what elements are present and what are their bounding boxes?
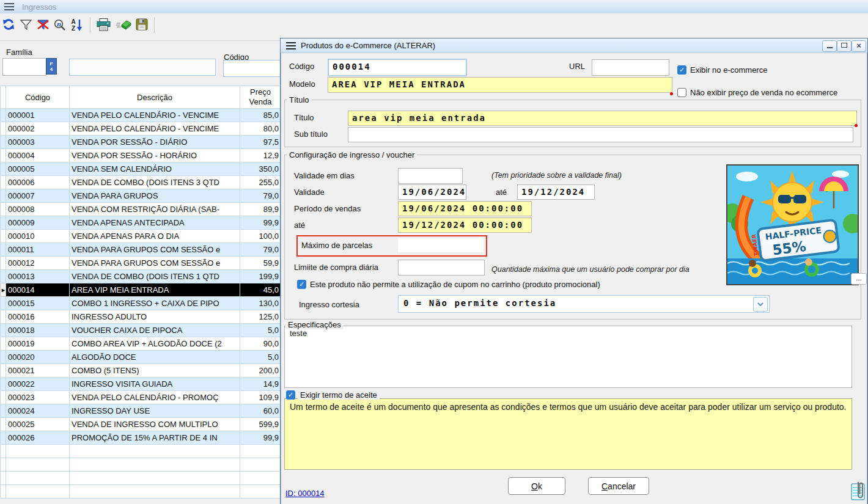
table-row[interactable]: 000021COMBO (5 ITENS)200,0 <box>1 364 281 378</box>
description-cell[interactable]: VENDA SEM CALENDÁRIO <box>70 163 240 176</box>
table-row[interactable]: 000019COMBO AREA VIP + ALGODÃO DOCE (290… <box>1 337 281 351</box>
validade-ate-input[interactable]: 19/12/2024 <box>517 184 595 200</box>
row-selector-cell[interactable] <box>1 310 6 324</box>
price-cell[interactable]: 5,0 <box>240 324 281 337</box>
description-cell[interactable]: VENDA PELO CALENDÁRIO - VENCIME <box>70 122 240 136</box>
row-selector-cell[interactable] <box>1 472 6 485</box>
code-cell[interactable]: 000005 <box>6 163 70 176</box>
code-cell[interactable]: 000020 <box>6 351 70 364</box>
table-row[interactable]: 000002VENDA PELO CALENDÁRIO - VENCIME80,… <box>1 122 281 136</box>
code-cell[interactable]: 000014 <box>6 283 70 297</box>
price-cell[interactable]: 45,0 <box>240 283 281 297</box>
code-cell[interactable]: 000009 <box>6 216 70 230</box>
table-row[interactable]: 000016INGRESSO ADULTO125,0 <box>1 310 281 324</box>
code-cell[interactable] <box>6 472 70 485</box>
description-cell[interactable] <box>70 485 240 499</box>
table-row[interactable]: 000026PROMOÇÃO DE 15% A PARTIR DE 4 IN99… <box>1 431 281 445</box>
table-row[interactable]: 000003VENDA POR SESSÃO - DIÁRIO97,5 <box>1 136 281 149</box>
description-cell[interactable]: VENDA APENAS ANTECIPADA <box>70 216 240 230</box>
price-cell[interactable]: 99,9 <box>240 216 281 230</box>
maximize-button[interactable] <box>837 40 851 52</box>
codigo-filter-input[interactable] <box>223 60 281 77</box>
price-cell[interactable]: 79,0 <box>240 243 281 257</box>
description-cell[interactable]: VENDA PELO CALENDÁRIO - VENCIME <box>70 109 240 122</box>
price-cell[interactable] <box>240 472 281 485</box>
row-selector-cell[interactable] <box>1 176 6 189</box>
description-cell[interactable]: VENDA POR SESSÃO - HORÁRIO <box>70 149 240 163</box>
price-cell[interactable]: 79,0 <box>240 189 281 203</box>
price-cell[interactable]: 99,9 <box>240 431 281 445</box>
table-row[interactable]: 000018VOUCHER CAIXA DE PIPOCA5,0 <box>1 324 281 337</box>
table-row[interactable] <box>1 458 281 472</box>
table-row[interactable]: 000008VENDA COM RESTRIÇÃO DIÁRIA (SAB-89… <box>1 203 281 216</box>
attachment-icon[interactable] <box>850 480 866 504</box>
code-cell[interactable]: 000001 <box>6 109 70 122</box>
price-cell[interactable]: 80,0 <box>240 122 281 136</box>
row-selector-cell[interactable] <box>1 230 6 243</box>
table-row[interactable]: 000020ALGODÃO DOCE5,0 <box>1 351 281 364</box>
print-icon[interactable] <box>96 18 112 34</box>
row-selector-cell[interactable] <box>1 485 6 499</box>
col-header-codigo[interactable]: Código <box>6 86 70 109</box>
row-selector-cell[interactable] <box>1 189 6 203</box>
code-cell[interactable]: 000019 <box>6 337 70 351</box>
ok-button[interactable]: Ok <box>508 477 565 495</box>
description-cell[interactable]: INGRESSO ADULTO <box>70 310 240 324</box>
col-header-preco[interactable]: Preço Venda <box>240 86 281 109</box>
code-cell[interactable]: 000023 <box>6 391 70 404</box>
price-cell[interactable]: 100,0 <box>240 230 281 243</box>
table-row[interactable]: 000022INGRESSO VISITA GUIADA14,9 <box>1 378 281 391</box>
code-cell[interactable] <box>6 445 70 458</box>
code-cell[interactable]: 000008 <box>6 203 70 216</box>
exigir-termo-checkbox[interactable]: ✓ <box>286 390 295 400</box>
row-selector-cell[interactable] <box>1 458 6 472</box>
code-cell[interactable]: 000004 <box>6 149 70 163</box>
row-selector-cell[interactable] <box>1 216 6 230</box>
price-cell[interactable]: 599,9 <box>240 418 281 431</box>
description-cell[interactable]: VENDA APENAS PARA O DIA <box>70 230 240 243</box>
table-row[interactable]: 000024INGRESSO DAY USE60,0 <box>1 404 281 418</box>
row-selector-cell[interactable] <box>1 122 6 136</box>
description-cell[interactable]: COMBO (5 ITENS) <box>70 364 240 378</box>
validade-dias-input[interactable] <box>398 168 463 184</box>
code-cell[interactable]: 000007 <box>6 189 70 203</box>
price-cell[interactable] <box>240 458 281 472</box>
id-link[interactable]: ID: 000014 <box>285 489 325 498</box>
description-cell[interactable]: AREA VIP MEIA ENTRADA <box>70 283 240 297</box>
code-cell[interactable]: 000024 <box>6 404 70 418</box>
code-cell[interactable]: 000015 <box>6 297 70 310</box>
price-cell[interactable]: 12,9 <box>240 149 281 163</box>
row-selector-cell[interactable] <box>1 136 6 149</box>
browse-image-button[interactable]: ... <box>851 273 867 285</box>
minimize-button[interactable] <box>822 40 837 52</box>
description-cell[interactable]: VOUCHER CAIXA DE PIPOCA <box>70 324 240 337</box>
description-cell[interactable]: VENDA DE COMBO (DOIS ITENS 1 QTD <box>70 270 240 283</box>
row-selector-cell[interactable] <box>1 337 6 351</box>
table-row[interactable]: 000023VENDA PELO CALENDÁRIO - PROMOÇ109,… <box>1 391 281 404</box>
table-row[interactable]: 000007VENDA PARA GRUPOS79,0 <box>1 189 281 203</box>
validade-de-input[interactable]: 19/06/2024 <box>398 184 466 200</box>
table-row[interactable]: 000001VENDA PELO CALENDÁRIO - VENCIME85,… <box>1 109 281 122</box>
familia-f4-button[interactable]: F4 <box>46 58 57 75</box>
periodo-vendas-input[interactable]: 19/06/2024 00:00:00 <box>398 201 532 216</box>
row-selector-cell[interactable] <box>1 378 6 391</box>
code-cell[interactable]: 000006 <box>6 176 70 189</box>
ingresso-cortesia-select[interactable]: 0 = Não permite cortesia <box>398 295 770 313</box>
code-cell[interactable]: 000002 <box>6 122 70 136</box>
row-selector-cell[interactable] <box>1 270 6 283</box>
table-row[interactable]: 000011VENDA PARA GRUPOS COM SESSÃO e79,0 <box>1 243 281 257</box>
code-cell[interactable] <box>6 485 70 499</box>
table-row[interactable] <box>1 445 281 458</box>
price-cell[interactable] <box>240 445 281 458</box>
row-selector-cell[interactable] <box>1 163 6 176</box>
table-row[interactable]: 000015COMBO 1 INGRESSO + CAIXA DE PIPO13… <box>1 297 281 310</box>
price-cell[interactable]: 60,0 <box>240 404 281 418</box>
price-cell[interactable]: 89,9 <box>240 203 281 216</box>
menu-icon[interactable] <box>4 3 14 10</box>
description-cell[interactable]: VENDA COM RESTRIÇÃO DIÁRIA (SAB- <box>70 203 240 216</box>
exibir-ecommerce-checkbox[interactable]: ✓ <box>677 65 686 75</box>
price-cell[interactable]: 5,0 <box>240 351 281 364</box>
codigo-field[interactable]: 000014 <box>328 59 467 76</box>
erase-icon[interactable] <box>116 20 132 32</box>
code-cell[interactable]: 000025 <box>6 418 70 431</box>
